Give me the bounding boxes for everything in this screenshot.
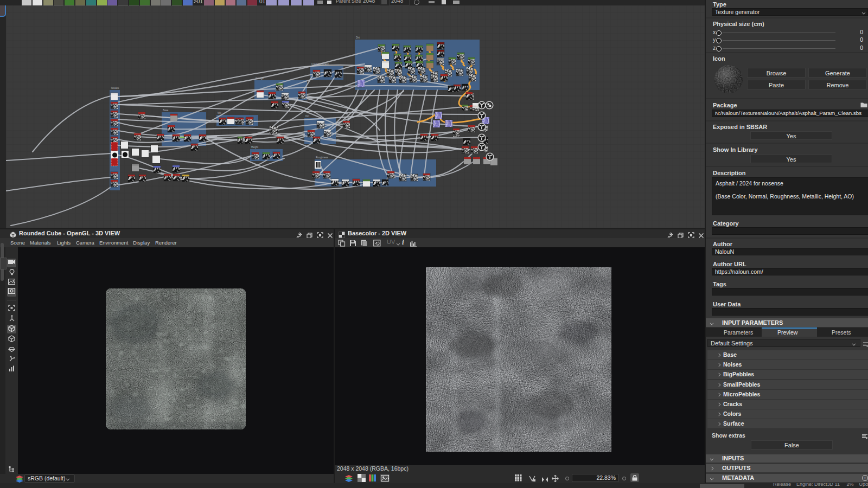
svg-text:Dirt: Dirt — [305, 115, 310, 118]
svg-text:Tweaks: Tweaks — [111, 87, 119, 89]
svg-text:Dirt: Dirt — [356, 36, 360, 39]
svg-text:Mix: Mix — [218, 112, 222, 114]
svg-text:Height: Height — [251, 146, 259, 149]
svg-text:Base: Base — [163, 109, 169, 112]
svg-text:Roughness: Roughness — [316, 156, 329, 159]
